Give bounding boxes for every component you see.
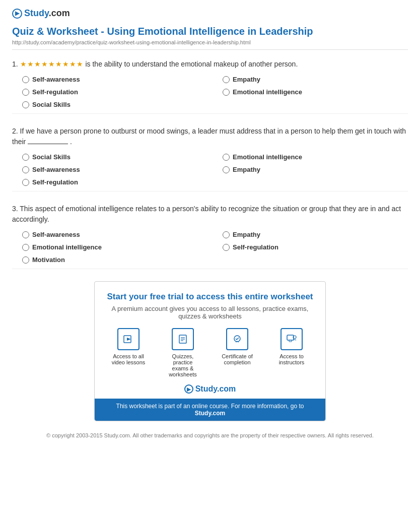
copyright: © copyright 2003-2015 Study.com. All oth… xyxy=(12,431,408,440)
question-1: 1. ★★★★★★★★★ is the ability to understan… xyxy=(12,59,408,114)
logo-text: Study.com xyxy=(24,8,70,19)
promo-title: Start your free trial to access this ent… xyxy=(107,292,313,302)
question-3-text: 3. This aspect of emotional intelligence… xyxy=(12,204,408,225)
question-2-number: 2. xyxy=(12,127,20,135)
option-label: Emotional intelligence xyxy=(32,243,102,251)
option-label: Empathy xyxy=(233,166,260,173)
radio-q1-social-skills[interactable] xyxy=(22,101,29,108)
option-label: Self-regulation xyxy=(32,88,78,96)
question-1-stars: ★★★★★★★★★ xyxy=(20,60,84,68)
radio-q3-emotional-intelligence[interactable] xyxy=(22,244,29,251)
question-3: 3. This aspect of emotional intelligence… xyxy=(12,204,408,269)
option-label: Self-awareness xyxy=(32,166,80,173)
promo-feature-instructors-label: Access toinstructors xyxy=(279,353,305,365)
radio-q3-empathy[interactable] xyxy=(223,231,230,238)
promo-feature-quizzes: Quizzes, practiceexams & worksheets xyxy=(163,328,203,377)
option-label: Self-regulation xyxy=(233,243,278,251)
promo-footer-text: This worksheet is part of an online cour… xyxy=(116,403,304,410)
option-label: Self-awareness xyxy=(32,76,80,83)
option-q2-self-regulation[interactable]: Self-regulation xyxy=(22,178,207,186)
promo-logo-icon: ▶ xyxy=(184,384,193,394)
option-label: Emotional intelligence xyxy=(233,88,302,96)
promo-feature-certificate: Certificate ofcompletion xyxy=(217,328,257,377)
radio-q3-self-regulation[interactable] xyxy=(223,244,230,251)
quiz-icon xyxy=(172,328,194,350)
option-q1-emotional-intelligence[interactable]: Emotional intelligence xyxy=(223,88,408,96)
promo-logo-text: Study.com xyxy=(195,384,236,394)
svg-marker-1 xyxy=(127,338,131,341)
option-q1-empathy[interactable]: Empathy xyxy=(223,76,408,83)
question-3-options: Self-awareness Empathy Emotional intelli… xyxy=(22,231,408,264)
option-label: Empathy xyxy=(233,231,260,238)
promo-feature-video: Access to allvideo lessons xyxy=(108,328,149,377)
certificate-icon xyxy=(226,328,248,350)
option-q1-social-skills[interactable]: Social Skills xyxy=(22,101,207,108)
option-q3-self-regulation[interactable]: Self-regulation xyxy=(223,243,408,251)
question-2-end: . xyxy=(70,138,72,146)
promo-box: Start your free trial to access this ent… xyxy=(94,281,326,421)
question-1-options: Self-awareness Empathy Self-regulation E… xyxy=(22,76,408,108)
option-q2-social-skills[interactable]: Social Skills xyxy=(22,153,207,161)
radio-q3-self-awareness[interactable] xyxy=(22,231,29,238)
question-1-number: 1. xyxy=(12,60,20,68)
option-label: Self-regulation xyxy=(32,178,78,186)
option-label: Social Skills xyxy=(32,153,71,161)
option-label: Motivation xyxy=(32,256,65,264)
option-label: Empathy xyxy=(233,76,260,83)
promo-feature-certificate-label: Certificate ofcompletion xyxy=(222,353,253,365)
question-2-options: Social Skills Emotional intelligence Sel… xyxy=(22,153,408,186)
radio-q2-social-skills[interactable] xyxy=(22,154,29,161)
radio-q2-empathy[interactable] xyxy=(223,166,230,173)
promo-feature-quizzes-label: Quizzes, practiceexams & worksheets xyxy=(163,353,203,377)
copyright-text: © copyright 2003-2015 Study.com. All oth… xyxy=(46,432,374,438)
question-2: 2. If we have a person prone to outburst… xyxy=(12,126,408,191)
option-label: Social Skills xyxy=(32,101,71,108)
radio-q2-emotional-intelligence[interactable] xyxy=(223,154,230,161)
option-q3-self-awareness[interactable]: Self-awareness xyxy=(22,231,207,238)
logo-icon: ▶ xyxy=(12,9,22,19)
option-label: Self-awareness xyxy=(32,231,80,238)
divider xyxy=(12,49,408,50)
radio-q1-emotional-intelligence[interactable] xyxy=(223,89,230,96)
question-3-number: 3. xyxy=(12,205,20,213)
instructors-icon xyxy=(281,328,303,350)
video-icon xyxy=(117,328,139,350)
option-label: Emotional intelligence xyxy=(233,153,302,161)
promo-logo: ▶ Study.com xyxy=(107,384,313,394)
page-url: http://study.com/academy/practice/quiz-w… xyxy=(12,39,408,45)
option-q2-emotional-intelligence[interactable]: Emotional intelligence xyxy=(223,153,408,161)
question-3-body: This aspect of emotional intelligence re… xyxy=(12,205,401,223)
option-q2-self-awareness[interactable]: Self-awareness xyxy=(22,166,207,173)
promo-subtitle: A premium account gives you access to al… xyxy=(107,305,313,320)
promo-footer-link[interactable]: Study.com xyxy=(195,410,225,417)
promo-footer: This worksheet is part of an online cour… xyxy=(95,399,325,421)
radio-q3-motivation[interactable] xyxy=(22,256,29,264)
option-q3-motivation[interactable]: Motivation xyxy=(22,256,207,264)
svg-rect-9 xyxy=(287,335,294,340)
option-q3-empathy[interactable]: Empathy xyxy=(223,231,408,238)
radio-q1-empathy[interactable] xyxy=(223,76,230,83)
radio-q1-self-awareness[interactable] xyxy=(22,76,29,83)
logo: ▶ Study.com xyxy=(12,8,408,19)
option-q1-self-awareness[interactable]: Self-awareness xyxy=(22,76,207,83)
option-q1-self-regulation[interactable]: Self-regulation xyxy=(22,88,207,96)
promo-feature-instructors: Access toinstructors xyxy=(271,328,312,377)
question-2-text: 2. If we have a person prone to outburst… xyxy=(12,126,408,147)
promo-features: Access to allvideo lessons Quizzes, prac… xyxy=(107,328,313,377)
question-1-text: 1. ★★★★★★★★★ is the ability to understan… xyxy=(12,59,408,70)
radio-q2-self-awareness[interactable] xyxy=(22,166,29,173)
option-q2-empathy[interactable]: Empathy xyxy=(223,166,408,173)
radio-q1-self-regulation[interactable] xyxy=(22,89,29,96)
logo-suffix: .com xyxy=(49,8,70,18)
question-2-blank xyxy=(28,144,68,144)
promo-feature-video-label: Access to allvideo lessons xyxy=(112,353,146,365)
question-1-suffix: is the ability to understand the emotion… xyxy=(85,60,298,68)
radio-q2-self-regulation[interactable] xyxy=(22,179,29,186)
option-q3-emotional-intelligence[interactable]: Emotional intelligence xyxy=(22,243,207,251)
page-title: Quiz & Worksheet - Using Emotional Intel… xyxy=(12,26,408,37)
